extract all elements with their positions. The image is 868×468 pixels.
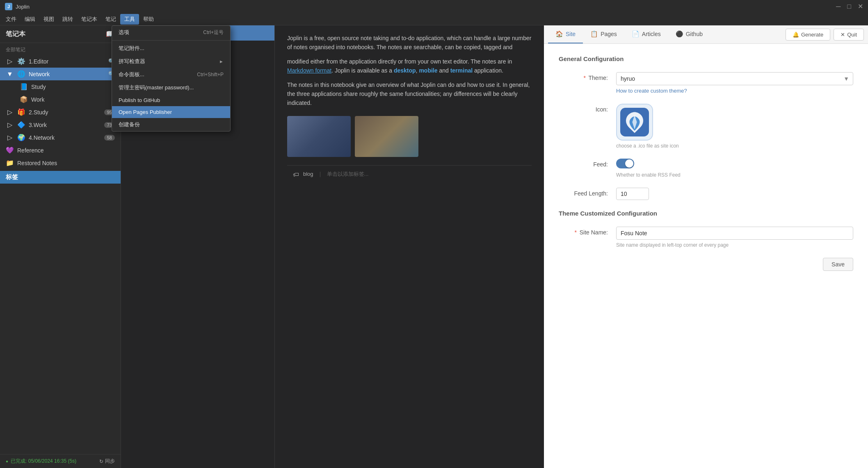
dropdown-attachments[interactable]: 笔记附件... — [112, 42, 230, 55]
editor-p1: Joplin is a free, open source note takin… — [287, 34, 532, 52]
icon-preview[interactable] — [616, 104, 653, 141]
menu-tools[interactable]: 工具 — [120, 14, 139, 25]
titlebar-title: Joplin — [16, 4, 30, 10]
restored-emoji: 📁 — [6, 159, 14, 167]
articles-tab-label: Articles — [642, 31, 661, 37]
menu-note[interactable]: 笔记 — [101, 14, 120, 25]
feed-length-row: Feed Length: — [559, 188, 853, 200]
mobile-bold: mobile — [419, 67, 437, 74]
tags-label: 标签 — [6, 173, 18, 180]
quit-button[interactable]: ✕ Quit — [834, 29, 864, 41]
save-button[interactable]: Save — [823, 258, 853, 271]
menu-help[interactable]: 帮助 — [139, 14, 158, 25]
feed-row: Feed: Whether to enable RSS Feed — [559, 159, 853, 178]
sidebar-item-study[interactable]: 📘 Study — [8, 80, 121, 93]
editor-label: 1.Editor — [29, 58, 105, 65]
dropdown-spellcheck[interactable]: 拼写检查器 ► — [112, 55, 230, 68]
footer-tag-hint[interactable]: 单击以添加标签... — [327, 170, 369, 179]
github-tab-icon: ⚫ — [676, 30, 683, 38]
tags-section[interactable]: 标签 — [0, 171, 121, 184]
editor-p2: modified either from the application dir… — [287, 57, 532, 75]
tab-site[interactable]: 🏠 Site — [548, 25, 583, 43]
generate-icon: 🔔 — [793, 32, 799, 38]
sync-status: ● 已完成: 05/06/2024 16:35 (5s) — [6, 458, 76, 465]
close-button[interactable]: ✕ — [858, 3, 863, 10]
feed-length-label: Feed Length: — [559, 188, 608, 197]
menu-notebook[interactable]: 笔记本 — [77, 14, 101, 25]
sidebar-item-reference[interactable]: 💜 Reference — [0, 144, 121, 157]
github-tab-label: Github — [686, 31, 703, 37]
site-tab-label: Site — [566, 31, 576, 37]
sync-button[interactable]: ↻ 同步 — [99, 458, 115, 465]
tab-articles[interactable]: 📄 Articles — [624, 25, 668, 43]
network-label: Network — [29, 71, 105, 77]
2study-emoji: 🎁 — [17, 108, 25, 116]
site-name-control: Site name displayed in left-top corner o… — [616, 227, 853, 248]
menu-jump[interactable]: 跳转 — [58, 14, 77, 25]
sidebar-title: 笔记本 — [6, 30, 25, 39]
tools-dropdown: 选项 Ctrl+逗号 笔记附件... 拼写检查器 ► 命令面板... Ctrl+… — [112, 25, 231, 132]
sidebar-item-work[interactable]: 📦 Work — [8, 93, 121, 106]
editor-content: Joplin is a free, open source note takin… — [275, 25, 544, 468]
theme-label: * Theme: — [559, 72, 608, 81]
study-label: Study — [31, 84, 115, 90]
tab-github[interactable]: ⚫ Github — [668, 25, 710, 43]
editor-p3: The notes in this notebook give an overv… — [287, 80, 532, 108]
dropdown-publish-github[interactable]: Publish to GitHub — [112, 94, 230, 106]
reference-label: Reference — [17, 147, 115, 154]
3work-label: 3.Work — [29, 122, 101, 128]
dropdown-master-password[interactable]: 管理主密码(master password)... — [112, 81, 230, 94]
publisher-actions: 🔔 Generate ✕ Quit — [786, 29, 864, 41]
dropdown-sep-1 — [112, 40, 230, 41]
sidebar-item-restored[interactable]: 📁 Restored Notes — [0, 157, 121, 169]
all-notes-label[interactable]: 全部笔记 — [0, 43, 121, 55]
icon-control: choose a .ico file as site icon — [616, 104, 853, 149]
restored-label: Restored Notes — [17, 160, 115, 166]
feed-control: Whether to enable RSS Feed — [616, 159, 853, 178]
tab-pages[interactable]: 📋 Pages — [583, 25, 624, 43]
titlebar-controls[interactable]: ─ □ ✕ — [836, 3, 863, 10]
command-palette-shortcut: Ctrl+Shift+P — [197, 72, 224, 77]
markdown-link[interactable]: Markdown format — [287, 67, 331, 74]
menu-view[interactable]: 视图 — [39, 14, 58, 25]
dropdown-create-backup[interactable]: 创建备份 — [112, 118, 230, 131]
image-1 — [287, 116, 351, 157]
sidebar: 笔记本 📖 全部笔记 ▷ ⚙️ 1.Editor 🔍 ▼ 🌐 Network 🔍… — [0, 25, 121, 468]
minimize-button[interactable]: ─ — [836, 3, 841, 10]
dropdown-open-publisher[interactable]: Open Pages Publisher — [112, 106, 230, 118]
sidebar-item-2study[interactable]: ▷ 🎁 2.Study 95 — [0, 106, 121, 118]
theme-hint-link[interactable]: How to create custom theme? — [616, 88, 687, 94]
site-name-required-star: * — [574, 229, 576, 236]
sync-status-text: 已完成: 05/06/2024 16:35 (5s) — [11, 458, 76, 465]
sync-icon: ↻ — [99, 459, 103, 464]
site-name-label: * Site Name: — [559, 227, 608, 236]
publisher-tabs: 🏠 Site 📋 Pages 📄 Articles ⚫ Github 🔔 Gen… — [544, 25, 868, 44]
feed-toggle-knob — [625, 159, 633, 168]
menu-edit[interactable]: 编辑 — [21, 14, 39, 25]
feed-length-input[interactable] — [616, 188, 649, 200]
site-name-input[interactable] — [616, 227, 853, 240]
generate-button[interactable]: 🔔 Generate — [786, 29, 830, 41]
4network-emoji: 🌍 — [17, 134, 25, 141]
dropdown-options[interactable]: 选项 Ctrl+逗号 — [112, 26, 230, 39]
articles-tab-icon: 📄 — [632, 30, 640, 38]
sidebar-item-3work[interactable]: ▷ 🔷 3.Work 73 — [0, 118, 121, 131]
sidebar-item-network[interactable]: ▼ 🌐 Network 🔍 — [0, 68, 121, 80]
menu-file[interactable]: 文件 — [2, 14, 21, 25]
feed-toggle[interactable] — [616, 159, 634, 168]
sidebar-item-4network[interactable]: ▷ 🌍 4.Network 58 — [0, 131, 121, 144]
image-1-inner — [287, 116, 351, 157]
feed-label: Feed: — [559, 159, 608, 168]
footer-tag[interactable]: blog — [303, 170, 313, 179]
maximize-button[interactable]: □ — [847, 3, 851, 10]
3work-expand-icon: ▷ — [6, 121, 14, 129]
theme-select[interactable]: hyruo — [616, 72, 853, 85]
network-children: 📘 Study 📦 Work — [0, 80, 121, 106]
sidebar-item-editor[interactable]: ▷ ⚙️ 1.Editor 🔍 — [0, 55, 121, 68]
work-emoji: 📦 — [20, 95, 28, 103]
network-emoji: 🌐 — [17, 70, 25, 78]
footer-divider: ｜ — [318, 170, 323, 179]
image-2 — [355, 116, 418, 157]
icon-hint-text: choose a .ico file as site icon — [616, 143, 853, 149]
dropdown-command-palette[interactable]: 命令面板... Ctrl+Shift+P — [112, 68, 230, 81]
